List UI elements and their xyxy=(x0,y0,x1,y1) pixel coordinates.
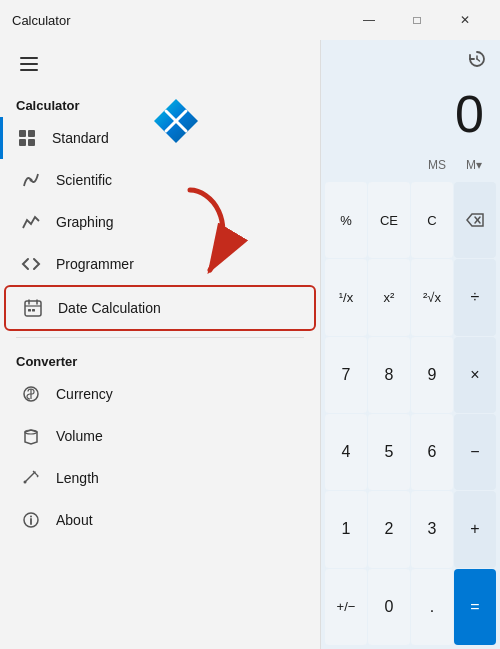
app-title: Calculator xyxy=(12,13,71,28)
standard-icon xyxy=(16,127,38,149)
length-icon xyxy=(20,467,42,489)
sidebar-header xyxy=(0,40,320,88)
sidebar-item-date-calculation[interactable]: Date Calculation xyxy=(4,285,316,331)
negate-button[interactable]: +/− xyxy=(325,569,367,645)
svg-rect-0 xyxy=(19,130,26,137)
sidebar-item-programmer[interactable]: Programmer xyxy=(4,243,316,285)
date-calculation-label: Date Calculation xyxy=(58,300,161,316)
divide-button[interactable]: ÷ xyxy=(454,259,496,335)
memory-bar: MS M▾ xyxy=(321,152,500,178)
scientific-icon xyxy=(20,169,42,191)
right-panel-top xyxy=(321,40,500,84)
programmer-label: Programmer xyxy=(56,256,134,272)
subtract-button[interactable]: − xyxy=(454,414,496,490)
converter-section-label: Converter xyxy=(0,344,320,373)
title-bar-controls: — □ ✕ xyxy=(346,4,488,36)
windows-logo-icon xyxy=(150,95,202,151)
hamburger-line-3 xyxy=(20,69,38,71)
four-button[interactable]: 4 xyxy=(325,414,367,490)
divider xyxy=(16,337,304,338)
svg-rect-10 xyxy=(32,309,35,312)
display-area: 0 xyxy=(321,84,500,152)
clear-button[interactable]: C xyxy=(411,182,453,258)
one-button[interactable]: 1 xyxy=(325,491,367,567)
sidebar-item-about[interactable]: About xyxy=(4,499,316,541)
history-button[interactable] xyxy=(466,48,488,76)
graphing-icon xyxy=(20,211,42,233)
nine-button[interactable]: 9 xyxy=(411,337,453,413)
square-button[interactable]: x² xyxy=(368,259,410,335)
about-label: About xyxy=(56,512,93,528)
sidebar-item-length[interactable]: Length xyxy=(4,457,316,499)
svg-point-16 xyxy=(30,516,32,518)
add-button[interactable]: + xyxy=(454,491,496,567)
hamburger-line-2 xyxy=(20,63,38,65)
sidebar-item-volume[interactable]: Volume xyxy=(4,415,316,457)
sqrt-button[interactable]: ²√x xyxy=(411,259,453,335)
sidebar-item-currency[interactable]: Currency xyxy=(4,373,316,415)
decimal-button[interactable]: . xyxy=(411,569,453,645)
reciprocal-button[interactable]: ¹/x xyxy=(325,259,367,335)
graphing-label: Graphing xyxy=(56,214,114,230)
percent-button[interactable]: % xyxy=(325,182,367,258)
ce-button[interactable]: CE xyxy=(368,182,410,258)
close-button[interactable]: ✕ xyxy=(442,4,488,36)
two-button[interactable]: 2 xyxy=(368,491,410,567)
svg-line-18 xyxy=(477,59,480,61)
title-bar: Calculator — □ ✕ xyxy=(0,0,500,40)
sidebar-item-scientific[interactable]: Scientific xyxy=(4,159,316,201)
memory-ms-button[interactable]: MS xyxy=(422,156,452,174)
scientific-label: Scientific xyxy=(56,172,112,188)
eight-button[interactable]: 8 xyxy=(368,337,410,413)
currency-label: Currency xyxy=(56,386,113,402)
seven-button[interactable]: 7 xyxy=(325,337,367,413)
svg-rect-1 xyxy=(28,130,35,137)
currency-icon xyxy=(20,383,42,405)
hamburger-line-1 xyxy=(20,57,38,59)
maximize-button[interactable]: □ xyxy=(394,4,440,36)
six-button[interactable]: 6 xyxy=(411,414,453,490)
svg-rect-3 xyxy=(28,139,35,146)
standard-label: Standard xyxy=(52,130,109,146)
calc-grid: % CE C ¹/x x² ²√x ÷ 7 8 9 × 4 5 6 xyxy=(321,178,500,649)
app-body: Calculator Standard Scientific xyxy=(0,40,500,649)
three-button[interactable]: 3 xyxy=(411,491,453,567)
volume-label: Volume xyxy=(56,428,103,444)
programmer-icon xyxy=(20,253,42,275)
svg-point-13 xyxy=(24,481,27,484)
hamburger-menu-button[interactable] xyxy=(16,53,42,75)
volume-icon xyxy=(20,425,42,447)
svg-rect-9 xyxy=(28,309,31,312)
about-icon xyxy=(20,509,42,531)
title-bar-left: Calculator xyxy=(12,13,71,28)
svg-point-4 xyxy=(30,179,33,182)
zero-button[interactable]: 0 xyxy=(368,569,410,645)
date-calculation-icon xyxy=(22,297,44,319)
svg-rect-5 xyxy=(25,301,41,316)
minimize-button[interactable]: — xyxy=(346,4,392,36)
five-button[interactable]: 5 xyxy=(368,414,410,490)
backspace-button[interactable] xyxy=(454,182,496,258)
display-number: 0 xyxy=(455,84,484,144)
memory-m-dropdown-button[interactable]: M▾ xyxy=(460,156,488,174)
sidebar-item-graphing[interactable]: Graphing xyxy=(4,201,316,243)
svg-rect-2 xyxy=(19,139,26,146)
right-panel: 0 MS M▾ % CE C ¹/x x² ²√x ÷ xyxy=(320,40,500,649)
multiply-button[interactable]: × xyxy=(454,337,496,413)
equals-button[interactable]: = xyxy=(454,569,496,645)
length-label: Length xyxy=(56,470,99,486)
